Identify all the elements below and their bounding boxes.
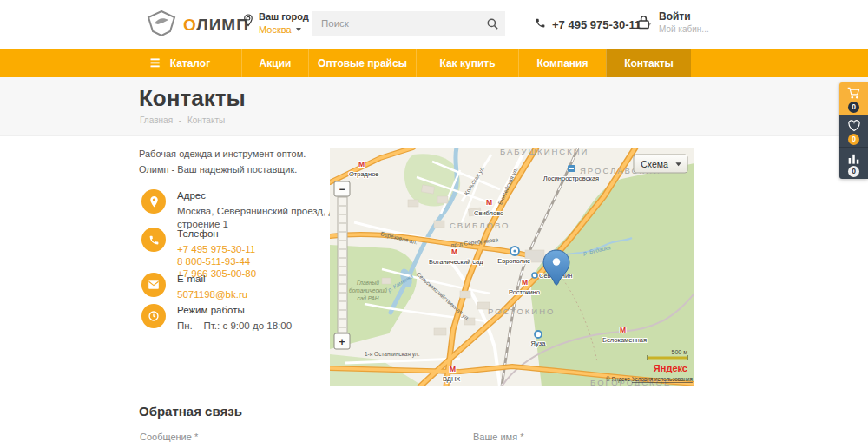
- map-rail-losinoostrovskaya: Лосиноостровская: [543, 175, 599, 182]
- map-park-label-1: Главный: [357, 280, 379, 286]
- email-link[interactable]: 5071198@bk.ru: [177, 288, 247, 300]
- logo[interactable]: ОЛИМП: [146, 10, 249, 40]
- nav-item-promos[interactable]: Акции: [241, 49, 308, 77]
- phone-circle-icon: [141, 228, 166, 252]
- phone-link-1[interactable]: +7 495 975-30-11: [177, 243, 256, 255]
- heart-icon: [847, 120, 861, 132]
- feedback-title: Обратная связь: [139, 404, 242, 419]
- metro-icon-sviblovo: М: [486, 198, 492, 207]
- zoom-in-label: +: [339, 336, 345, 348]
- hours-title: Режим работы: [177, 304, 292, 318]
- favorites-count-badge: 0: [848, 134, 859, 145]
- title-band: Контакты Главная - Контакты: [0, 77, 868, 136]
- contact-email: E-mail 5071198@bk.ru: [141, 273, 247, 300]
- map-street-ostankinskaya: 1-я Останкинская ул.: [365, 351, 420, 358]
- intro-text: Рабочая одежда и инструмент оптом. Олимп…: [139, 146, 328, 177]
- map-mall-evropolis: Европолис: [497, 257, 530, 265]
- map-park-label-3: сад РАН: [357, 295, 378, 301]
- map-scale-label: 500 м: [672, 349, 688, 355]
- compare-count-badge: 0: [848, 166, 859, 177]
- header-phone[interactable]: +7 495 975-30-11: [535, 17, 652, 31]
- lock-icon: [636, 14, 651, 34]
- metro-icon-otradnoe: М: [358, 160, 365, 168]
- breadcrumb-home[interactable]: Главная: [140, 115, 173, 125]
- phone-icon: [535, 17, 546, 31]
- phone-link-2[interactable]: 8 800-511-93-44: [177, 255, 256, 267]
- map-district-sviblovo: СВИБЛОВО: [450, 221, 510, 230]
- zoom-slider[interactable]: [338, 197, 347, 333]
- city-label: Ваш город: [259, 11, 309, 22]
- city-selector: Ваш город Москва: [243, 11, 309, 35]
- metro-icon-vdnh: М: [450, 365, 456, 373]
- cart-count-badge: 0: [848, 102, 859, 113]
- search-input[interactable]: [312, 18, 479, 29]
- metro-icon-botsad: М: [451, 247, 457, 256]
- yandex-logo[interactable]: Яндекс: [654, 363, 687, 373]
- map-metro-belokamennaya: Белокаменная: [602, 336, 647, 344]
- side-widget-panel: 0 0 0: [839, 82, 868, 179]
- hours-value: Пн. – Пт.: с 9:00 до 18:00: [177, 320, 292, 333]
- breadcrumb: Главная - Контакты: [140, 115, 228, 125]
- feedback-name-label: Ваше имя *: [473, 432, 523, 442]
- cart-widget[interactable]: 0: [839, 82, 868, 115]
- login-title: Войти: [659, 10, 709, 23]
- email-title: E-mail: [177, 273, 247, 287]
- map-park-label-2: ботанический: [349, 287, 387, 294]
- search-icon[interactable]: [479, 11, 505, 36]
- clock-icon: [141, 304, 166, 328]
- rail-icon-severyanin: [532, 273, 537, 278]
- map-copyright: © Яндекс: [606, 376, 630, 383]
- yandex-map[interactable]: БАБУШКИНСКИЙ ЯРОСЛАВСКИЙ СВИБЛОВО РОСТОК…: [330, 148, 694, 386]
- map-district-rostokino: РОСТОКИНО: [488, 307, 555, 316]
- compare-widget[interactable]: 0: [839, 147, 868, 179]
- logo-text: ОЛИМП: [183, 16, 249, 35]
- phones-title: Телефон: [177, 228, 256, 241]
- map-district-babushkinsky: БАБУШКИНСКИЙ: [500, 148, 589, 156]
- nav-item-how-to-buy[interactable]: Как купить: [416, 49, 518, 77]
- menu-icon: ☰: [150, 57, 161, 69]
- breadcrumb-separator: -: [179, 115, 181, 125]
- logo-shield-icon: [146, 10, 177, 40]
- cart-icon: [846, 87, 861, 100]
- breadcrumb-current: Контакты: [187, 115, 225, 125]
- map-metro-vdnh: ВДНХ: [443, 375, 460, 383]
- metro-icon-belokamennaya: М: [620, 326, 626, 334]
- address-pin-icon: [141, 189, 166, 214]
- chevron-down-icon: [296, 28, 301, 31]
- map-terms-link[interactable]: Условия использования: [632, 376, 693, 382]
- map-metro-sviblovo: Свиблово: [474, 209, 503, 217]
- page-title: Контакты: [139, 85, 246, 112]
- rail-icon-yauza: [535, 331, 542, 338]
- map-metro-rostokino: Ростокино: [509, 288, 540, 296]
- nav-item-company[interactable]: Компания: [518, 49, 606, 77]
- nav-item-catalog[interactable]: ☰ Каталог: [139, 49, 241, 77]
- login-subtitle: Мой кабин...: [659, 24, 709, 34]
- header: ОЛИМП Ваш город Москва +7 495 975-30-11 …: [0, 0, 868, 49]
- city-value[interactable]: Москва: [259, 24, 309, 35]
- search-bar: [312, 11, 505, 36]
- map-view-button[interactable]: Схема: [634, 155, 687, 173]
- main-nav: ☰ Каталог Акции Оптовые прайсы Как купит…: [0, 49, 868, 77]
- contact-address: Адрес Москва, Северянинский проезд, дом …: [141, 189, 358, 232]
- nav-item-contacts[interactable]: Контакты: [606, 49, 691, 77]
- map-metro-botsad: Ботанический сад: [429, 258, 483, 266]
- metro-icon-rostokino: М: [522, 278, 528, 287]
- location-pin-icon: [243, 14, 253, 35]
- feedback-message-label: Сообщение *: [140, 432, 198, 442]
- map-rail-yauza: Яуза: [531, 340, 547, 347]
- map-metro-otradnoe: Отрадное: [349, 170, 378, 178]
- bar-chart-icon: [847, 152, 860, 164]
- email-icon: [141, 273, 166, 297]
- zoom-out-label: −: [339, 183, 345, 195]
- map-view-label: Схема: [641, 159, 668, 169]
- login[interactable]: Войти Мой кабин...: [636, 10, 709, 34]
- contact-hours: Режим работы Пн. – Пт.: с 9:00 до 18:00: [141, 304, 292, 333]
- nav-item-pricelists[interactable]: Оптовые прайсы: [308, 49, 416, 77]
- favorites-widget[interactable]: 0: [839, 115, 868, 147]
